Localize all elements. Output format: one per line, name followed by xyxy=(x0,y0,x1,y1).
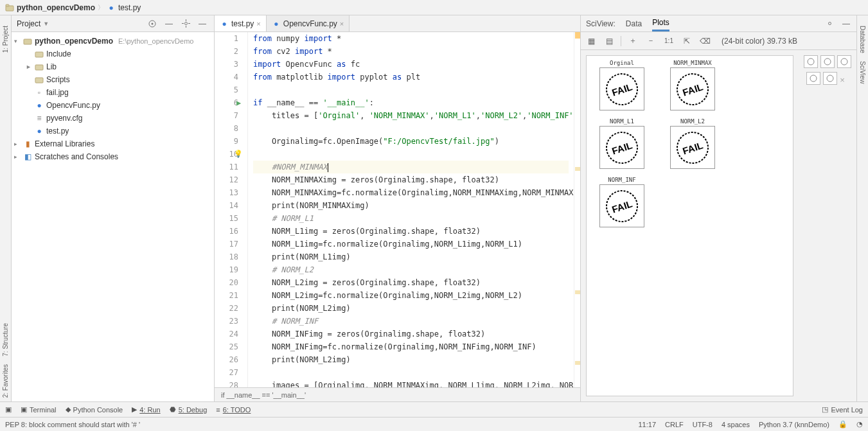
collapse-all-icon[interactable]: — xyxy=(163,17,175,30)
zoom-in-icon[interactable]: ＋ xyxy=(626,35,639,48)
thumbnail[interactable] xyxy=(804,55,818,68)
code-line[interactable] xyxy=(253,84,569,96)
line-number[interactable]: 19 xyxy=(215,263,238,276)
code-line[interactable]: # NORM_L1 xyxy=(253,212,569,225)
plot-subplot[interactable]: NORM_L2FAIL xyxy=(661,118,724,169)
plot-subplot[interactable]: NORM_L1FAIL xyxy=(590,118,653,169)
tool-run[interactable]: ▶ 4: Run xyxy=(132,405,160,414)
zoom-out-icon[interactable]: － xyxy=(644,35,657,48)
code-line[interactable]: # NORM_L2 xyxy=(253,263,569,276)
inspection-icon[interactable]: ◔ xyxy=(856,420,863,428)
sciview-tab-data[interactable]: Data xyxy=(626,15,642,31)
hide-panel-icon[interactable]: — xyxy=(196,17,209,30)
code-editor[interactable]: 123456▶78910💡111213141516171819202122232… xyxy=(215,32,580,387)
thumbnail[interactable] xyxy=(806,72,820,85)
line-number[interactable]: 7 xyxy=(215,109,238,122)
tool-event-log[interactable]: ◳ Event Log xyxy=(822,405,863,414)
line-number[interactable]: 14 xyxy=(215,199,238,212)
plot-subplot[interactable]: OrginalFAIL xyxy=(590,60,653,110)
line-number[interactable]: 22 xyxy=(215,302,238,315)
code-line[interactable]: if __name__ == '__main__': xyxy=(253,96,569,109)
thumbnail[interactable] xyxy=(823,72,837,85)
sciview-tab-plots[interactable]: Plots xyxy=(652,15,669,31)
tree-item[interactable]: ►Lib xyxy=(12,60,214,73)
chevron-down-icon[interactable]: ▾ xyxy=(14,38,21,44)
status-eol[interactable]: CRLF xyxy=(665,421,684,428)
plot-subplot[interactable]: NORM_MINMAXFAIL xyxy=(661,60,724,110)
export-icon[interactable]: ⇱ xyxy=(680,35,693,48)
line-number[interactable]: 25 xyxy=(215,340,238,353)
code-line[interactable]: NORM_INFimg=fc.normalize(Orginalimg,NORM… xyxy=(253,340,569,353)
line-number[interactable]: 9 xyxy=(215,135,238,148)
code-line[interactable]: from matplotlib import pyplot as plt xyxy=(253,71,569,84)
code-line[interactable]: #NORM_MINMAX xyxy=(253,161,569,173)
code-line[interactable]: print(NORM_MINMAXimg) xyxy=(253,199,569,212)
editor-scope-breadcrumb[interactable]: if __name__ == '__main__' xyxy=(221,391,306,399)
tree-scratches[interactable]: ▸ ◧ Scratches and Consoles xyxy=(12,150,214,163)
tree-item[interactable]: Include xyxy=(12,48,214,60)
rail-tab-database[interactable]: Database xyxy=(859,26,866,53)
code-line[interactable]: NORM_MINMAXimg = zeros(Orginalimg.shape,… xyxy=(253,173,569,186)
code-line[interactable] xyxy=(253,122,569,135)
gear-icon[interactable] xyxy=(823,17,836,30)
fit-icon[interactable]: ▦ xyxy=(585,35,598,48)
code-line[interactable]: NORM_INFimg = zeros(Orginalimg.shape, fl… xyxy=(253,328,569,340)
code-line[interactable] xyxy=(253,366,569,379)
code-line[interactable] xyxy=(253,148,569,161)
line-number[interactable]: 13 xyxy=(215,186,238,199)
tool-python-console[interactable]: ◆ Python Console xyxy=(66,405,123,414)
code-line[interactable]: NORM_L2img = zeros(Orginalimg.shape, flo… xyxy=(253,276,569,289)
rail-tab-structure[interactable]: 7: Structure xyxy=(2,323,9,356)
line-number[interactable]: 4 xyxy=(215,71,238,84)
line-number[interactable]: 15 xyxy=(215,212,238,225)
status-caret-pos[interactable]: 11:17 xyxy=(638,421,656,428)
line-number[interactable]: 12 xyxy=(215,173,238,186)
code-line[interactable]: NORM_L1img = zeros(Orginalimg.shape, flo… xyxy=(253,225,569,238)
code-line[interactable]: titles = ['Orginal', 'NORM_MINMAX','NORM… xyxy=(253,109,569,122)
rail-tab-sciview[interactable]: SciView xyxy=(859,61,866,84)
intention-bulb-icon[interactable]: 💡 xyxy=(234,148,243,161)
line-number[interactable]: 26 xyxy=(215,353,238,366)
line-number[interactable]: 1 xyxy=(215,32,238,45)
line-number[interactable]: 21 xyxy=(215,289,238,302)
chevron-right-icon[interactable]: ▸ xyxy=(14,141,21,147)
line-number[interactable]: 10💡 xyxy=(215,148,238,161)
line-number[interactable]: 16 xyxy=(215,225,238,238)
thumbnail[interactable] xyxy=(820,55,835,68)
thumbnail[interactable] xyxy=(837,55,851,68)
line-number[interactable]: 8 xyxy=(215,122,238,135)
code-line[interactable]: print(NORM_L1img) xyxy=(253,251,569,263)
line-number[interactable]: 3 xyxy=(215,58,238,71)
tree-item[interactable]: Scripts xyxy=(12,73,214,86)
grid-icon[interactable]: ▤ xyxy=(603,35,616,48)
code-line[interactable]: images = [Orginalimg, NORM_MINMAXimg, NO… xyxy=(253,379,569,387)
line-number[interactable]: 17 xyxy=(215,238,238,251)
code-line[interactable]: print(NORM_L2img) xyxy=(253,302,569,315)
line-number[interactable]: 28 xyxy=(215,379,238,387)
tool-debug[interactable]: ⬣ 5: Debug xyxy=(170,405,208,414)
breadcrumb-item-0[interactable]: python_opencvDemo xyxy=(17,3,95,12)
code-line[interactable]: # NORM_INF xyxy=(253,315,569,328)
gear-icon[interactable] xyxy=(179,17,192,30)
line-number[interactable]: 23 xyxy=(215,315,238,328)
code-line[interactable]: print(NORM_L2img) xyxy=(253,353,569,366)
actual-size-icon[interactable]: 1:1 xyxy=(662,35,675,48)
tree-root[interactable]: ▾ python_opencvDemo E:\python_opencvDemo xyxy=(12,35,214,48)
inspection-stripe[interactable] xyxy=(574,32,580,387)
code-body[interactable]: from numpy import *from cv2 import *impo… xyxy=(248,32,574,387)
close-thumbnails-icon[interactable]: × xyxy=(840,75,845,85)
status-python-interpreter[interactable]: Python 3.7 (knnDemo) xyxy=(759,421,829,428)
line-number[interactable]: 18 xyxy=(215,251,238,263)
status-indent[interactable]: 4 spaces xyxy=(722,421,750,428)
code-line[interactable]: Orginalimg=fc.OpenImage("F:/OpencvTest/f… xyxy=(253,135,569,148)
tool-terminal[interactable]: ▣ Terminal xyxy=(21,405,57,414)
project-panel-title[interactable]: Project ▼ xyxy=(17,19,142,28)
plot-subplot[interactable]: NORM_INFFAIL xyxy=(590,177,653,227)
line-number[interactable]: 24 xyxy=(215,328,238,340)
tool-todo[interactable]: ≡ 6: TODO xyxy=(216,406,251,414)
code-line[interactable]: NORM_L1img=fc.normalize(Orginalimg,NORM_… xyxy=(253,238,569,251)
lock-icon[interactable]: 🔒 xyxy=(838,420,847,428)
editor-gutter[interactable]: 123456▶78910💡111213141516171819202122232… xyxy=(215,32,248,387)
line-number[interactable]: 20 xyxy=(215,276,238,289)
close-icon[interactable]: × xyxy=(256,20,260,28)
